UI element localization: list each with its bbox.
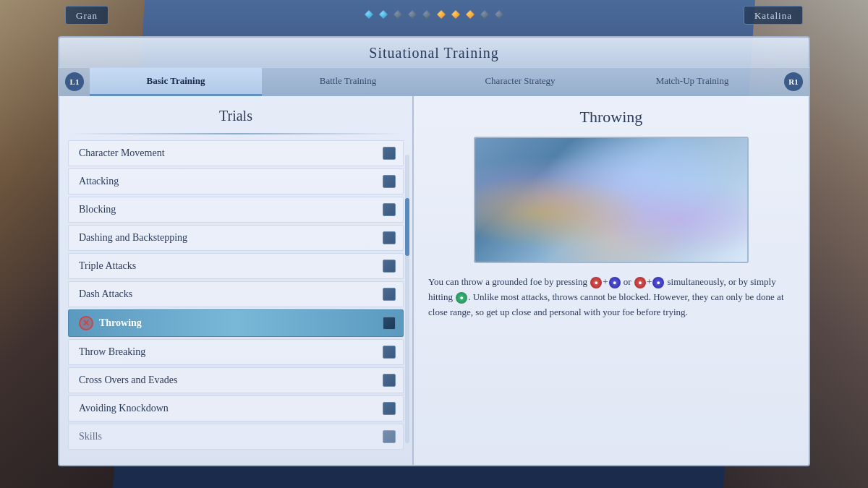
- trial-item-blocking[interactable]: Blocking: [68, 197, 404, 223]
- right-character-name: Katalina: [754, 10, 792, 21]
- trial-active-icon: ✕: [79, 316, 93, 330]
- gem-4: [408, 10, 417, 19]
- left-name-tag: Gran: [65, 6, 109, 25]
- icon-circle-blue-2: ●: [652, 277, 664, 288]
- trials-list: Character Movement Attacking Blocking Da…: [59, 140, 412, 458]
- trials-divider: [70, 133, 401, 134]
- trial-label-cross-overs: Cross Overs and Evades: [79, 374, 383, 386]
- trial-indicator-cross-overs: [383, 374, 396, 387]
- icon-circle-green: ●: [456, 292, 467, 304]
- right-name-tag: Katalina: [744, 6, 803, 25]
- gem-8: [466, 10, 475, 19]
- trial-indicator-attacking: [383, 175, 396, 188]
- tab-battle-training[interactable]: Battle Training: [262, 68, 434, 96]
- trial-label-attacking: Attacking: [79, 176, 383, 187]
- detail-panel: Throwing You can throw a grounded foe by…: [414, 96, 809, 465]
- trial-label-avoiding-knockdown: Avoiding Knockdown: [79, 403, 383, 414]
- trial-label-throwing: Throwing: [99, 317, 383, 329]
- gem-3: [393, 10, 402, 19]
- trial-label-blocking: Blocking: [79, 204, 383, 215]
- detail-title: Throwing: [428, 108, 794, 127]
- trial-item-dashing[interactable]: Dashing and Backstepping: [68, 225, 404, 251]
- icon-circle-blue-1: ●: [609, 277, 621, 288]
- detail-image-overlay: [475, 138, 747, 262]
- trial-indicator-character-movement: [383, 147, 396, 160]
- trial-label-dash-attacks: Dash Attacks: [79, 288, 383, 300]
- trials-heading: Trials: [59, 103, 412, 133]
- trial-label-dashing: Dashing and Backstepping: [79, 232, 383, 244]
- top-gems-container: [365, 10, 503, 19]
- trial-indicator-throw-breaking: [383, 346, 396, 359]
- trial-label-triple-attacks: Triple Attacks: [79, 260, 383, 272]
- trial-item-character-movement[interactable]: Character Movement: [68, 140, 404, 166]
- scrollbar-thumb[interactable]: [405, 198, 409, 256]
- main-container: Situational Training L1 Basic Training B…: [58, 36, 810, 466]
- trial-item-throw-breaking[interactable]: Throw Breaking: [68, 339, 404, 365]
- icon-circle-red-1: ●: [590, 277, 602, 288]
- tab-prev-button[interactable]: L1: [65, 72, 84, 91]
- trial-indicator-dash-attacks: [383, 288, 396, 301]
- trial-indicator-throwing: [383, 317, 396, 330]
- trial-item-dash-attacks[interactable]: Dash Attacks: [68, 281, 404, 307]
- gem-7: [451, 10, 460, 19]
- trial-item-attacking[interactable]: Attacking: [68, 168, 404, 194]
- content-area: Trials Character Movement Attacking Bloc…: [58, 96, 810, 466]
- gem-2: [379, 10, 388, 19]
- trial-item-triple-attacks[interactable]: Triple Attacks: [68, 253, 404, 279]
- trial-indicator-dashing: [383, 231, 396, 244]
- tab-matchup-training[interactable]: Match-Up Training: [606, 68, 778, 96]
- gem-5: [422, 10, 431, 19]
- scrollbar-track: [405, 155, 409, 443]
- trial-indicator-skills: [383, 430, 396, 443]
- main-title: Situational Training: [369, 45, 498, 61]
- icon-circle-red-2: ●: [634, 277, 646, 288]
- left-character-name: Gran: [76, 10, 98, 21]
- gem-10: [495, 10, 503, 19]
- trial-item-avoiding-knockdown[interactable]: Avoiding Knockdown: [68, 395, 404, 421]
- detail-image: [474, 137, 749, 263]
- trial-label-character-movement: Character Movement: [79, 147, 383, 159]
- trial-indicator-triple-attacks: [383, 260, 396, 273]
- trial-item-throwing[interactable]: ✕ Throwing: [68, 309, 404, 337]
- gem-1: [365, 10, 373, 19]
- trials-panel: Trials Character Movement Attacking Bloc…: [59, 96, 414, 465]
- trial-label-throw-breaking: Throw Breaking: [79, 346, 383, 358]
- detail-description: You can throw a grounded foe by pressing…: [428, 275, 794, 320]
- tabs-list: Basic Training Battle Training Character…: [90, 68, 778, 96]
- trial-item-cross-overs[interactable]: Cross Overs and Evades: [68, 367, 404, 393]
- trial-item-skills[interactable]: Skills: [68, 424, 404, 450]
- tab-character-strategy[interactable]: Character Strategy: [434, 68, 606, 96]
- title-bar: Situational Training: [58, 36, 810, 67]
- trial-indicator-blocking: [383, 203, 396, 216]
- tab-next-button[interactable]: R1: [784, 72, 803, 91]
- tabs-bar: L1 Basic Training Battle Training Charac…: [58, 67, 810, 96]
- trial-indicator-avoiding-knockdown: [383, 402, 396, 415]
- trial-label-skills: Skills: [79, 431, 383, 442]
- tab-basic-training[interactable]: Basic Training: [90, 68, 262, 96]
- gem-9: [480, 10, 489, 19]
- gem-6: [437, 10, 446, 19]
